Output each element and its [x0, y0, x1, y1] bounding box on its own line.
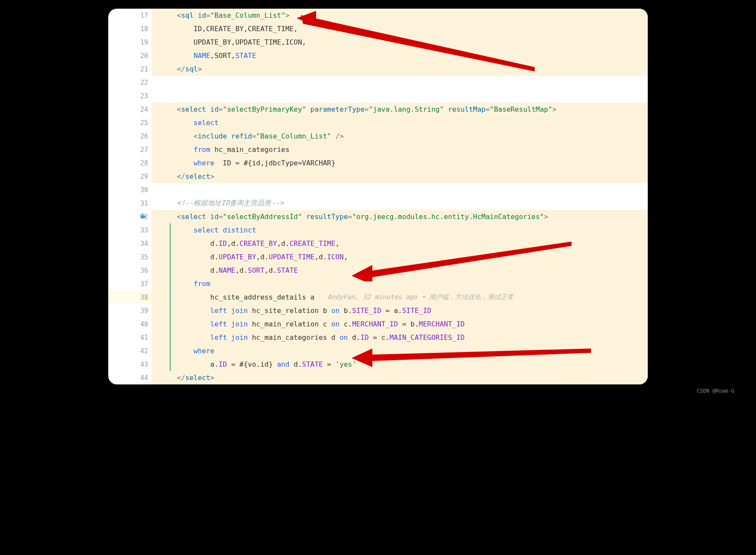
- gutter: 24: [108, 106, 152, 113]
- code-content[interactable]: <select id="selectByPrimaryKey" paramete…: [152, 103, 648, 116]
- code-line-25[interactable]: 25 select: [108, 116, 648, 129]
- code-line-21[interactable]: 21 </sql>: [108, 62, 648, 76]
- gutter: 38: [108, 294, 152, 301]
- code-content[interactable]: d.UPDATE_BY,d.UPDATE_TIME,d.ICON,: [152, 250, 648, 264]
- gutter: 43: [108, 361, 152, 368]
- code-content[interactable]: <!--根据地址ID查询主营品类-->: [152, 197, 648, 210]
- code-text: select distinct: [160, 226, 256, 234]
- code-text: d.NAME,d.SORT,d.STATE: [160, 266, 298, 274]
- gutter: 37: [108, 280, 152, 288]
- code-line-35[interactable]: 35 d.UPDATE_BY,d.UPDATE_TIME,d.ICON,: [108, 250, 648, 264]
- indent-guide: [170, 264, 171, 277]
- code-line-22[interactable]: 22: [108, 76, 648, 89]
- code-text: left join hc_main_categories d on d.ID =…: [160, 333, 465, 342]
- code-line-43[interactable]: 43 a.ID = #{vo.id} and d.STATE = 'yes': [108, 358, 648, 371]
- code-line-28[interactable]: 28 where ID = #{id,jdbcType=VARCHAR}: [108, 156, 648, 170]
- code-content[interactable]: left join hc_site_relation b on b.SITE_I…: [152, 304, 648, 317]
- code-content[interactable]: left join hc_main_categories d on d.ID =…: [152, 331, 648, 344]
- line-number: 22: [135, 79, 148, 87]
- code-line-37[interactable]: 37 from: [108, 277, 648, 290]
- gutter: 20: [108, 52, 152, 60]
- code-content[interactable]: where ID = #{id,jdbcType=VARCHAR}: [152, 156, 648, 170]
- code-content[interactable]: select distinct: [152, 223, 648, 237]
- code-text: where ID = #{id,jdbcType=VARCHAR}: [160, 159, 336, 167]
- code-line-40[interactable]: 40 left join hc_main_relation c on c.MER…: [108, 317, 648, 331]
- code-content[interactable]: ID,CREATE_BY,CREATE_TIME,: [152, 22, 648, 35]
- code-content[interactable]: <sql id="Base_Column_List">: [152, 9, 648, 22]
- code-text: </select>: [160, 374, 214, 382]
- code-line-34[interactable]: 34 d.ID,d.CREATE_BY,d.CREATE_TIME,: [108, 237, 648, 250]
- indent-guide: [170, 344, 171, 358]
- code-line-42[interactable]: 42 where: [108, 344, 648, 358]
- gutter: 39: [108, 307, 152, 315]
- code-line-27[interactable]: 27 from hc_main_categories: [108, 143, 648, 156]
- line-number: 26: [135, 132, 148, 140]
- code-line-32[interactable]: 32 <select id="selectByAddressId" result…: [108, 210, 648, 223]
- code-content[interactable]: </select>: [152, 170, 648, 183]
- code-content[interactable]: where: [152, 344, 648, 358]
- code-line-31[interactable]: 31 <!--根据地址ID查询主营品类-->: [108, 197, 648, 210]
- code-text: <select id="selectByAddressId" resultTyp…: [160, 213, 548, 221]
- code-content[interactable]: [152, 183, 648, 197]
- indent-guide: [170, 237, 171, 250]
- git-blame-annotation[interactable]: AndyFan, 32 minutes ago • 用户端，方法优化，测试正常: [327, 293, 514, 301]
- code-text: <select id="selectByPrimaryKey" paramete…: [160, 105, 556, 113]
- code-content[interactable]: from hc_main_categories: [152, 143, 648, 156]
- code-line-20[interactable]: 20 NAME,SORT,STATE: [108, 49, 648, 62]
- indent-guide: [170, 250, 171, 264]
- gutter: 34: [108, 240, 152, 248]
- code-content[interactable]: a.ID = #{vo.id} and d.STATE = 'yes': [152, 358, 648, 371]
- gutter: 17: [108, 12, 152, 19]
- code-content[interactable]: d.ID,d.CREATE_BY,d.CREATE_TIME,: [152, 237, 648, 250]
- line-number: 33: [135, 226, 148, 234]
- code-content[interactable]: </select>: [152, 371, 648, 384]
- code-content[interactable]: </sql>: [152, 62, 648, 76]
- code-content[interactable]: left join hc_main_relation c on c.MERCHA…: [152, 317, 648, 331]
- code-content[interactable]: from: [152, 277, 648, 290]
- line-number: 23: [135, 92, 148, 100]
- code-line-39[interactable]: 39 left join hc_site_relation b on b.SIT…: [108, 304, 648, 317]
- code-content[interactable]: <include refid="Base_Column_List" />: [152, 129, 648, 143]
- code-content[interactable]: <select id="selectByAddressId" resultTyp…: [152, 210, 648, 223]
- code-line-41[interactable]: 41 left join hc_main_categories d on d.I…: [108, 331, 648, 344]
- code-line-36[interactable]: 36 d.NAME,d.SORT,d.STATE: [108, 264, 648, 277]
- editor-body[interactable]: 17 <sql id="Base_Column_List">18 ID,CREA…: [108, 9, 648, 384]
- gutter: 42: [108, 347, 152, 355]
- code-text: <!--根据地址ID查询主营品类-->: [160, 199, 284, 208]
- gutter: 23: [108, 92, 152, 100]
- code-line-29[interactable]: 29 </select>: [108, 170, 648, 183]
- line-number: 37: [135, 280, 148, 288]
- gutter: 40: [108, 320, 152, 328]
- code-line-26[interactable]: 26 <include refid="Base_Column_List" />: [108, 129, 648, 143]
- code-line-33[interactable]: 33 select distinct: [108, 223, 648, 237]
- code-text: ID,CREATE_BY,CREATE_TIME,: [160, 25, 298, 33]
- line-number: 31: [135, 200, 148, 207]
- code-line-19[interactable]: 19 UPDATE_BY,UPDATE_TIME,ICON,: [108, 35, 648, 49]
- code-line-44[interactable]: 44 </select>: [108, 371, 648, 384]
- gutter: 27: [108, 146, 152, 154]
- code-content[interactable]: hc_site_address_details aAndyFan, 32 min…: [152, 290, 648, 304]
- gutter: 26: [108, 132, 152, 140]
- line-number: 17: [135, 12, 148, 19]
- line-number: 28: [135, 159, 148, 167]
- code-content[interactable]: select: [152, 116, 648, 129]
- code-editor[interactable]: 17 <sql id="Base_Column_List">18 ID,CREA…: [108, 9, 648, 384]
- code-line-23[interactable]: 23: [108, 89, 648, 103]
- line-number: 29: [135, 173, 148, 181]
- code-content[interactable]: UPDATE_BY,UPDATE_TIME,ICON,: [152, 35, 648, 49]
- gutter: 31: [108, 200, 152, 207]
- code-line-18[interactable]: 18 ID,CREATE_BY,CREATE_TIME,: [108, 22, 648, 35]
- code-line-30[interactable]: 30: [108, 183, 648, 197]
- code-text: left join hc_main_relation c on c.MERCHA…: [160, 320, 465, 328]
- run-gutter-icon[interactable]: [139, 213, 148, 221]
- code-line-38[interactable]: 38 hc_site_address_details aAndyFan, 32 …: [108, 290, 648, 304]
- code-text: </sql>: [160, 65, 202, 73]
- code-content[interactable]: d.NAME,d.SORT,d.STATE: [152, 264, 648, 277]
- code-line-24[interactable]: 24 <select id="selectByPrimaryKey" param…: [108, 103, 648, 116]
- code-content[interactable]: NAME,SORT,STATE: [152, 49, 648, 62]
- code-line-17[interactable]: 17 <sql id="Base_Column_List">: [108, 9, 648, 22]
- indent-guide: [170, 317, 171, 331]
- code-text: where: [160, 347, 214, 355]
- code-content[interactable]: [152, 89, 648, 103]
- code-content[interactable]: [152, 76, 648, 89]
